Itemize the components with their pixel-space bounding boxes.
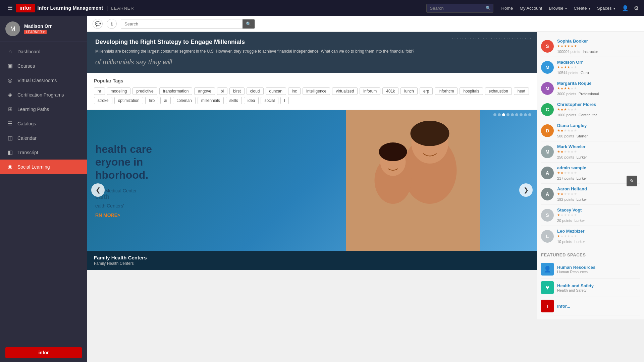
- sidebar-item-dashboard[interactable]: ⌂ Dashboard: [0, 45, 87, 59]
- leaderboard-item[interactable]: DDiana Langley★★★★★★500 points Starter: [541, 120, 640, 141]
- leaderboard-user-name[interactable]: Mark Wheeler: [557, 144, 587, 149]
- tag-pill[interactable]: erp: [420, 87, 433, 95]
- tag-pill[interactable]: lunch: [400, 87, 418, 95]
- sidebar-item-certification-programs[interactable]: ◈ Certification Programs: [0, 87, 87, 102]
- tag-pill[interactable]: intelligence: [303, 87, 330, 95]
- tag-pill[interactable]: inforum: [360, 87, 380, 95]
- sidebar-item-learning-paths[interactable]: ⊞ Learning Paths: [0, 102, 87, 116]
- space-name[interactable]: Infor...: [557, 304, 570, 309]
- tag-pill[interactable]: idea: [244, 97, 259, 104]
- sidebar-item-courses[interactable]: ▣ Courses: [0, 59, 87, 73]
- tag-pill[interactable]: exhaustion: [485, 87, 512, 95]
- space-sub: Health and Safety: [557, 288, 594, 292]
- edit-fab-button[interactable]: ✎: [627, 176, 637, 186]
- tag-pill[interactable]: birst: [229, 87, 245, 95]
- leaderboard-item[interactable]: SStacey Vogt★★★★★★20 points Lurker: [541, 205, 640, 226]
- carousel-dot[interactable]: [498, 113, 501, 116]
- tag-pill[interactable]: 401k: [382, 87, 398, 95]
- leaderboard-user-name[interactable]: Leo Mezbizer: [557, 229, 585, 234]
- hamburger-button[interactable]: ☰: [4, 4, 16, 12]
- leaderboard-user-name[interactable]: admin sample: [557, 165, 587, 170]
- leaderboard-user-name[interactable]: Stacey Vogt: [557, 207, 585, 213]
- leaderboard-user-name[interactable]: Christopher Flores: [557, 102, 597, 107]
- nav-link-browse[interactable]: Browse ▾: [546, 4, 570, 12]
- carousel-text-overlay: health care eryone in hborhood. rsity Me…: [87, 110, 312, 251]
- carousel-dot[interactable]: [528, 113, 531, 116]
- tag-pill[interactable]: hospitals: [460, 87, 483, 95]
- leaderboard-item[interactable]: SSophia Booker★★★★★★100004 points Instru…: [541, 36, 640, 57]
- leaderboard-avatar: M: [541, 61, 554, 74]
- space-name[interactable]: Human Resources: [557, 265, 595, 270]
- tag-pill[interactable]: heat: [514, 87, 529, 95]
- tag-pill[interactable]: millennials: [198, 97, 224, 104]
- tag-pill[interactable]: optimization: [114, 97, 143, 104]
- tag-pill[interactable]: skills: [226, 97, 242, 104]
- tag-pill[interactable]: angove: [194, 87, 215, 95]
- info-button[interactable]: ℹ: [107, 19, 117, 29]
- carousel-dot[interactable]: [515, 113, 518, 116]
- star-empty: ★: [564, 234, 567, 238]
- leaderboard-item[interactable]: MMadison Orr★★★★★★10544 points Guru: [541, 57, 640, 78]
- tags-grid: hrmodelingpredictivetransformationangove…: [94, 87, 530, 104]
- carousel-dot[interactable]: [502, 113, 505, 116]
- nav-link-home[interactable]: Home: [499, 4, 516, 12]
- leaderboard-user-name[interactable]: Diana Langley: [557, 123, 588, 128]
- leaderboard-avatar: A: [541, 188, 554, 200]
- tag-pill[interactable]: social: [261, 97, 278, 104]
- leaderboard-item[interactable]: MMargarita Roque★★★★★★3000 points Profes…: [541, 78, 640, 99]
- leaderboard-item[interactable]: CChristopher Flores★★★★★★1000 points Con…: [541, 99, 640, 120]
- carousel-dot[interactable]: [511, 113, 514, 116]
- leaderboard-item[interactable]: Aadmin sample★★★★★★217 points Lurker: [541, 163, 640, 184]
- sidebar-item-calendar[interactable]: ◫ Calendar: [0, 131, 87, 145]
- search-button[interactable]: 🔍: [243, 19, 255, 28]
- leaderboard-user-name[interactable]: Madison Orr: [557, 60, 589, 65]
- nav-link-spaces[interactable]: Spaces ▾: [594, 4, 618, 12]
- carousel-learn-more[interactable]: RN MORE>: [95, 213, 304, 218]
- sidebar-item-social-learning[interactable]: ◉ Social Learning: [0, 160, 87, 174]
- settings-icon-btn[interactable]: ⚙: [633, 4, 640, 13]
- space-item[interactable]: ♥Health and SafetyHealth and Safety: [541, 279, 640, 297]
- tag-pill[interactable]: coleman: [173, 97, 195, 104]
- tag-pill[interactable]: virtualized: [332, 87, 358, 95]
- tag-pill[interactable]: predictive: [132, 87, 157, 95]
- tag-pill[interactable]: inforhcm: [435, 87, 458, 95]
- tag-pill[interactable]: inc: [288, 87, 301, 95]
- leaderboard-user-name[interactable]: Aaron Helfand: [557, 186, 587, 191]
- tag-pill[interactable]: transformation: [159, 87, 193, 95]
- top-nav-search-input[interactable]: [426, 4, 493, 13]
- carousel-next-button[interactable]: ❯: [519, 183, 533, 197]
- leaderboard-user-name[interactable]: Sophia Booker: [557, 39, 598, 44]
- leaderboard-item[interactable]: AAaron Helfand★★★★★★192 points Lurker: [541, 184, 640, 205]
- space-item[interactable]: iInfor...: [541, 297, 640, 315]
- sidebar-logo-bottom[interactable]: infor: [5, 347, 82, 358]
- tag-pill[interactable]: bi: [217, 87, 227, 95]
- star-empty: ★: [574, 213, 577, 217]
- leaderboard-user-name[interactable]: Margarita Roque: [557, 81, 599, 86]
- tag-pill[interactable]: modeling: [107, 87, 131, 95]
- user-profile-icon-btn[interactable]: 👤: [621, 4, 630, 13]
- space-item[interactable]: 👤Human ResourcesHuman Resources: [541, 260, 640, 279]
- tag-pill[interactable]: hr: [94, 87, 105, 95]
- tag-pill[interactable]: l: [280, 97, 289, 104]
- tag-pill[interactable]: stroke: [94, 97, 112, 104]
- user-role-badge[interactable]: LEARNER ▾: [24, 30, 47, 34]
- search-input[interactable]: [121, 19, 243, 28]
- tag-pill[interactable]: hrb: [145, 97, 158, 104]
- messages-button[interactable]: 💬: [93, 19, 103, 29]
- nav-link-my-account[interactable]: My Account: [517, 4, 545, 12]
- sidebar-item-transcript[interactable]: ◧ Transcript: [0, 145, 87, 160]
- sidebar-item-catalogs[interactable]: ☰ Catalogs: [0, 116, 87, 131]
- leaderboard-item[interactable]: LLeo Mezbizer★★★★★★10 points Lurker: [541, 226, 640, 247]
- sidebar-item-virtual-classrooms[interactable]: ◎ Virtual Classrooms: [0, 73, 87, 87]
- nav-link-create[interactable]: Create ▾: [571, 4, 593, 12]
- carousel-dot[interactable]: [524, 113, 527, 116]
- carousel-dot[interactable]: [520, 113, 523, 116]
- leaderboard-item[interactable]: MMark Wheeler★★★★★★250 points Lurker: [541, 141, 640, 163]
- carousel-dot[interactable]: [493, 113, 496, 116]
- carousel-dot[interactable]: [506, 113, 509, 116]
- carousel-prev-button[interactable]: ❮: [91, 183, 105, 197]
- tag-pill[interactable]: duncan: [266, 87, 286, 95]
- space-name[interactable]: Health and Safety: [557, 283, 594, 288]
- tag-pill[interactable]: cloud: [247, 87, 264, 95]
- tag-pill[interactable]: ai: [160, 97, 171, 104]
